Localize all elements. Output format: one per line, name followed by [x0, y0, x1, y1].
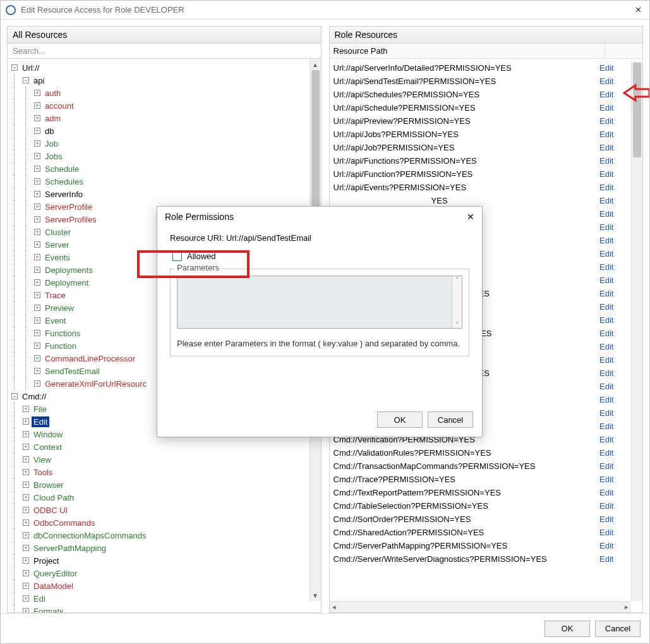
tree-node[interactable]: +Cloud Path: [8, 491, 321, 504]
edit-link[interactable]: Edit: [599, 236, 631, 245]
table-row[interactable]: Cmd://TableSelection?PERMISSION=YESEdit: [330, 499, 632, 513]
edit-link[interactable]: Edit: [599, 116, 631, 126]
edit-link[interactable]: Edit: [599, 422, 631, 431]
table-row[interactable]: YESEdit: [330, 194, 632, 207]
expander-icon[interactable]: +: [23, 431, 29, 437]
edit-link[interactable]: Edit: [599, 461, 631, 471]
table-vscrollbar[interactable]: [631, 61, 642, 601]
edit-link[interactable]: Edit: [599, 554, 631, 564]
tree-node[interactable]: −api: [8, 74, 321, 87]
tree-node-label[interactable]: Jobs: [43, 151, 64, 162]
expander-icon[interactable]: +: [23, 557, 29, 564]
tree-node[interactable]: +DataModel: [8, 580, 321, 592]
table-row[interactable]: Cmd://Server/WriteServerDiagnostics?PERM…: [330, 552, 632, 566]
table-row[interactable]: Url://api/Events?PERMISSION=YESEdit: [330, 181, 632, 194]
edit-link[interactable]: Edit: [599, 488, 631, 497]
expander-icon[interactable]: +: [23, 482, 29, 488]
tree-node[interactable]: +ServerPathMapping: [8, 542, 321, 554]
expander-icon[interactable]: −: [23, 77, 29, 83]
tree-node-label[interactable]: CommandLineProcessor: [43, 353, 137, 364]
tree-node-label[interactable]: dbConnectionMapsCommands: [32, 530, 148, 541]
expander-icon[interactable]: +: [34, 140, 40, 147]
tree-node-label[interactable]: Job: [43, 138, 60, 149]
tree-node[interactable]: +Schedules: [8, 175, 321, 188]
tree-node-label[interactable]: Deployments: [43, 265, 95, 276]
edit-link[interactable]: Edit: [599, 262, 631, 272]
edit-link[interactable]: Edit: [599, 368, 631, 378]
expander-icon[interactable]: +: [23, 583, 29, 589]
parameters-textarea[interactable]: ˄˅: [177, 276, 462, 329]
edit-link[interactable]: Edit: [599, 355, 631, 365]
expander-icon[interactable]: +: [34, 279, 40, 286]
tree-node-label[interactable]: GenerateXmlForUrlResourc: [43, 379, 148, 389]
expander-icon[interactable]: +: [34, 343, 40, 349]
tree-node[interactable]: +Tools: [8, 466, 321, 478]
tree-node-label[interactable]: File: [32, 404, 49, 415]
window-close-icon[interactable]: ✕: [632, 5, 644, 15]
tree-node-label[interactable]: Schedule: [43, 164, 81, 174]
edit-link[interactable]: Edit: [599, 209, 631, 219]
tree-node-label[interactable]: Preview: [43, 303, 76, 313]
tree-node-label[interactable]: ServerProfile: [43, 202, 94, 212]
tree-node[interactable]: +Project: [8, 554, 321, 567]
edit-link[interactable]: Edit: [599, 342, 631, 351]
table-row[interactable]: Cmd://ValidationRules?PERMISSION=YESEdit: [330, 446, 632, 459]
table-row[interactable]: Url://api/Schedule?PERMISSION=YESEdit: [330, 101, 632, 114]
edit-link[interactable]: Edit: [599, 315, 631, 325]
tree-node-label[interactable]: Function: [43, 341, 78, 351]
edit-link[interactable]: Edit: [599, 289, 631, 298]
table-row[interactable]: Url://api/Functions?PERMISSION=YESEdit: [330, 154, 632, 167]
table-row[interactable]: Cmd://SortOrder?PERMISSION=YESEdit: [330, 513, 632, 526]
tree-node-label[interactable]: api: [32, 75, 46, 86]
edit-link[interactable]: Edit: [599, 183, 631, 192]
edit-link[interactable]: Edit: [599, 541, 631, 550]
expander-icon[interactable]: +: [34, 115, 40, 121]
edit-link[interactable]: Edit: [599, 408, 631, 418]
edit-link[interactable]: Edit: [599, 196, 631, 205]
tree-node[interactable]: +adm: [8, 112, 321, 125]
expander-icon[interactable]: +: [23, 406, 29, 412]
tree-node[interactable]: +dbConnectionMapsCommands: [8, 529, 321, 542]
tree-node-label[interactable]: Formats: [32, 606, 66, 613]
tree-node-label[interactable]: Trace: [43, 290, 68, 301]
expander-icon[interactable]: +: [34, 254, 40, 260]
tree-node[interactable]: +Edi: [8, 592, 321, 605]
tree-node-label[interactable]: DataModel: [32, 581, 75, 592]
edit-link[interactable]: Edit: [599, 103, 631, 112]
tree-node-label[interactable]: Deployment: [43, 277, 90, 288]
expander-icon[interactable]: +: [34, 204, 40, 210]
tree-node-label[interactable]: ServerProfiles: [43, 214, 99, 225]
expander-icon[interactable]: +: [23, 418, 29, 425]
tree-node-label[interactable]: Schedules: [43, 176, 85, 187]
edit-link[interactable]: Edit: [599, 143, 631, 152]
expander-icon[interactable]: +: [23, 444, 29, 450]
search-input[interactable]: [11, 46, 317, 56]
tree-node[interactable]: +Job: [8, 137, 321, 150]
table-row[interactable]: Url://api/Preview?PERMISSION=YESEdit: [330, 114, 632, 128]
edit-link[interactable]: Edit: [599, 382, 631, 391]
expander-icon[interactable]: +: [34, 317, 40, 324]
table-row[interactable]: Cmd://TransactionMapCommands?PERMISSION=…: [330, 459, 632, 473]
tree-node-label[interactable]: Edi: [32, 593, 47, 604]
column-resource-path[interactable]: Resource Path: [330, 44, 605, 58]
expander-icon[interactable]: +: [23, 494, 29, 501]
tree-node-label[interactable]: Browser: [32, 480, 66, 490]
expander-icon[interactable]: −: [11, 64, 18, 71]
tree-node-label[interactable]: Tools: [32, 467, 54, 478]
tree-node[interactable]: +ODBC UI: [8, 504, 321, 516]
tree-node[interactable]: +Formats: [8, 605, 321, 612]
table-row[interactable]: Url://api/Job?PERMISSION=YESEdit: [330, 141, 632, 154]
table-row[interactable]: Cmd://Trace?PERMISSION=YESEdit: [330, 473, 632, 486]
edit-link[interactable]: Edit: [599, 329, 631, 338]
expander-icon[interactable]: +: [34, 166, 40, 172]
table-row[interactable]: Url://api/Jobs?PERMISSION=YESEdit: [330, 128, 632, 141]
expander-icon[interactable]: −: [11, 393, 18, 399]
table-hscrollbar[interactable]: ◂▸: [330, 601, 632, 612]
edit-link[interactable]: Edit: [599, 435, 631, 444]
edit-link[interactable]: Edit: [599, 276, 631, 285]
tree-node-label[interactable]: auth: [43, 88, 63, 99]
expander-icon[interactable]: +: [23, 456, 29, 463]
expander-icon[interactable]: +: [34, 102, 40, 109]
expander-icon[interactable]: +: [34, 267, 40, 273]
tree-node[interactable]: +Browser: [8, 478, 321, 491]
